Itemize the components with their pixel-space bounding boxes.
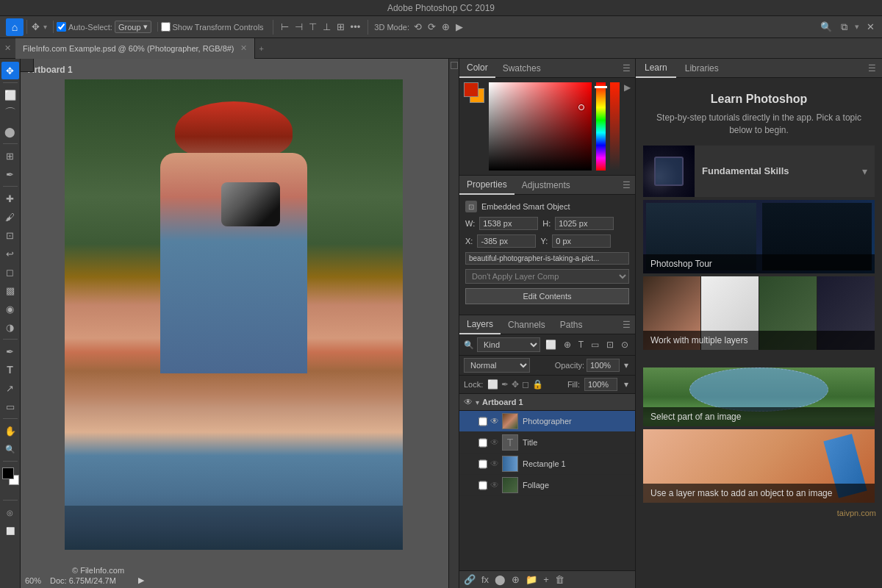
path-select-tool[interactable]: ↗	[1, 379, 19, 397]
tab-properties[interactable]: Properties	[459, 176, 514, 195]
tab-libraries[interactable]: Libraries	[676, 59, 728, 78]
move-tool[interactable]: ✥	[1, 62, 19, 79]
layers-filter-shape-btn[interactable]: ▭	[589, 339, 601, 351]
props-width-field[interactable]	[479, 217, 538, 230]
layer-photographer-eye[interactable]: 👁	[490, 416, 499, 426]
props-panel-menu[interactable]: ☰	[623, 180, 635, 190]
fill-arrow[interactable]: ▾	[622, 379, 631, 390]
color-saturation-brightness[interactable]	[489, 82, 592, 171]
align-left-btn[interactable]: ⊢	[279, 20, 290, 34]
threed-mode4-btn[interactable]: ▶	[454, 20, 465, 34]
fill-value-input[interactable]	[584, 378, 617, 391]
props-x-field[interactable]	[477, 234, 536, 248]
tab-learn[interactable]: Learn	[636, 59, 676, 78]
tab-adjustments[interactable]: Adjustments	[514, 176, 578, 195]
edit-contents-btn[interactable]: Edit Contents	[465, 288, 629, 304]
pen-tool[interactable]: ✒	[1, 343, 19, 360]
layer-delete-btn[interactable]: 🗑	[555, 574, 564, 585]
lock-pixels-btn[interactable]: ✒	[501, 379, 509, 390]
color-foreground[interactable]	[464, 82, 478, 97]
layers-opacity-arrow[interactable]: ▾	[622, 359, 631, 371]
hand-tool[interactable]: ✋	[1, 422, 19, 440]
layer-title-checkbox[interactable]	[478, 438, 487, 448]
heal-tool[interactable]: ✚	[1, 190, 19, 207]
card-layer-mask[interactable]: Use a layer mask to add an object to an …	[643, 429, 875, 503]
layer-foliage-checkbox[interactable]	[478, 481, 487, 490]
threed-mode3-btn[interactable]: ⊕	[440, 20, 451, 34]
color-fg-bg-selector[interactable]	[464, 82, 484, 103]
blur-tool[interactable]: ◉	[1, 300, 19, 318]
layers-blend-mode[interactable]: Normal	[464, 358, 530, 373]
layer-rectangle[interactable]: 👁 Rectangle 1	[459, 453, 635, 475]
type-tool[interactable]: T	[1, 361, 19, 379]
card-work-layers[interactable]: Work with multiple layers	[643, 276, 875, 350]
artboard-expand-arrow[interactable]: ▾	[476, 398, 479, 406]
props-height-field[interactable]	[555, 217, 614, 230]
collapse-btn[interactable]	[451, 62, 458, 69]
card-photoshop-tour[interactable]: Photoshop Tour	[643, 200, 875, 273]
document-tab-close[interactable]: ✕	[240, 43, 247, 53]
stamp-tool[interactable]: ⊡	[1, 226, 19, 244]
layer-adjustment-btn[interactable]: ⊕	[512, 574, 520, 585]
marquee-tool[interactable]: ⬜	[1, 86, 19, 104]
learn-panel-menu[interactable]: ☰	[868, 63, 882, 74]
tab-close-icon[interactable]: ✕	[0, 43, 15, 53]
tab-swatches[interactable]: Swatches	[495, 59, 548, 78]
layer-link-btn[interactable]: 🔗	[464, 574, 476, 585]
tab-paths[interactable]: Paths	[553, 315, 590, 334]
tab-channels[interactable]: Channels	[501, 315, 553, 334]
layer-group-btn[interactable]: 📁	[526, 574, 537, 585]
distribute-btn[interactable]: ⊞	[335, 20, 346, 34]
layer-group-artboard[interactable]: 👁 ▾ Artboard 1	[459, 394, 635, 411]
home-button[interactable]: ⌂	[6, 18, 24, 36]
layers-filter-toggle[interactable]: ⊙	[619, 339, 631, 351]
new-tab-btn[interactable]: +	[259, 44, 264, 53]
lasso-tool[interactable]: ⌒	[1, 104, 19, 122]
section-arrow-fundamental[interactable]: ▾	[862, 165, 875, 177]
lock-artboard-btn[interactable]: ◻	[522, 379, 529, 390]
more-btn[interactable]: •••	[349, 20, 362, 34]
layer-rectangle-checkbox[interactable]	[478, 459, 487, 469]
color-hue-slider[interactable]	[596, 82, 606, 171]
layer-photographer-checkbox[interactable]	[478, 417, 487, 426]
document-tab[interactable]: FileInfo.com Example.psd @ 60% (Photogra…	[15, 38, 255, 59]
crop-tool[interactable]: ⊞	[1, 147, 19, 165]
background-color-swatch[interactable]	[4, 481, 21, 497]
search-button[interactable]: 🔍	[819, 20, 833, 34]
layers-kind-select[interactable]: Kind	[477, 337, 540, 352]
layers-filter-adjustment-btn[interactable]: ⊕	[562, 339, 573, 351]
transform-checkbox[interactable]	[161, 22, 171, 32]
canvas-navigate-arrow[interactable]: ▶	[138, 576, 144, 585]
layer-title[interactable]: 👁 T Title	[459, 432, 635, 453]
color-expand-btn[interactable]: ▶	[624, 82, 631, 93]
screen-mode-btn[interactable]: ⬜	[1, 522, 19, 539]
color-panel-menu[interactable]: ☰	[623, 63, 635, 74]
color-alpha-slider[interactable]	[610, 82, 620, 171]
move-tool-btn[interactable]: ✥	[30, 20, 41, 34]
dodge-tool[interactable]: ◑	[1, 318, 19, 336]
layers-filter-pixel-btn[interactable]: ⬜	[543, 339, 559, 351]
lock-transparent-btn[interactable]: ⬜	[487, 379, 498, 390]
workspace-close-btn[interactable]: ✕	[865, 20, 876, 34]
lock-position-btn[interactable]: ✥	[512, 379, 519, 390]
layer-new-btn[interactable]: +	[543, 574, 549, 585]
threed-mode1-btn[interactable]: ⟲	[412, 20, 423, 34]
layer-title-eye[interactable]: 👁	[490, 437, 499, 448]
tab-color[interactable]: Color	[459, 59, 495, 78]
zoom-tool[interactable]: 🔍	[1, 440, 19, 458]
align-top-btn[interactable]: ⊥	[321, 20, 332, 34]
shape-tool[interactable]: ▭	[1, 398, 19, 415]
eyedropper-tool[interactable]: ✒	[1, 165, 19, 183]
quick-select-tool[interactable]: ⬤	[1, 123, 19, 140]
layer-foliage-eye[interactable]: 👁	[490, 480, 499, 490]
tab-layers[interactable]: Layers	[459, 315, 501, 334]
artboard-visibility-btn[interactable]: 👁	[464, 397, 473, 407]
layer-effects-btn[interactable]: fx	[481, 574, 489, 585]
layers-filter-type-btn[interactable]: T	[576, 339, 586, 351]
history-tool[interactable]: ↩	[1, 245, 19, 262]
layer-rectangle-eye[interactable]: 👁	[490, 459, 499, 469]
section-header-fundamental[interactable]: Fundamental Skills ▾	[643, 146, 875, 197]
layers-panel-menu[interactable]: ☰	[623, 320, 635, 330]
card-select-part[interactable]: Select part of an image	[643, 353, 875, 426]
layer-mask-btn[interactable]: ⬤	[495, 574, 506, 585]
